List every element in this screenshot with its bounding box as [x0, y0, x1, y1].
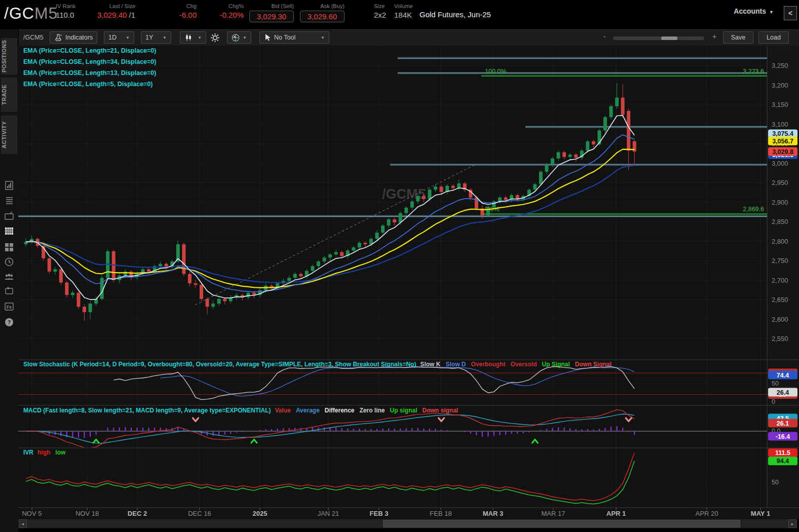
scrollbar-thumb[interactable] — [383, 520, 740, 527]
svg-text:3,000: 3,000 — [772, 160, 788, 167]
svg-text:74.4: 74.4 — [777, 372, 789, 379]
zoom-in-button[interactable]: + — [712, 32, 716, 41]
report-icon[interactable] — [4, 180, 14, 191]
instrument-name: Gold Futures, Jun-25 — [420, 10, 491, 19]
last-size: /1 — [129, 11, 135, 19]
quote-header: /GCM5 IV Rank 110.0 Last / Size 3,029.40… — [0, 0, 799, 29]
zoom-out-button[interactable]: - — [603, 32, 606, 41]
load-button[interactable]: Load — [758, 31, 789, 44]
range-dropdown[interactable]: 1Y▼ — [141, 31, 171, 44]
svg-text:MAR 17: MAR 17 — [542, 510, 565, 517]
grid-layout-icon — [232, 33, 240, 42]
sidebar-tab-positions[interactable]: POSITIONS — [1, 38, 17, 74]
svg-text:26.4: 26.4 — [777, 389, 789, 396]
bid-label: Bid (Sell) — [249, 3, 294, 9]
svg-text:3,250: 3,250 — [772, 62, 788, 69]
study-title[interactable]: IVR — [23, 449, 33, 456]
svg-text:2,950: 2,950 — [772, 179, 788, 186]
study-label-ema5[interactable]: EMA (Price=CLOSE, Length=5, Displace=0) — [23, 81, 153, 88]
svg-text:3,100: 3,100 — [772, 121, 788, 128]
list-icon[interactable] — [4, 196, 14, 206]
bid-button[interactable]: 3,029.30 — [249, 11, 294, 22]
svg-text:50: 50 — [772, 479, 779, 486]
svg-text:APR 1: APR 1 — [606, 510, 626, 517]
study-title[interactable]: Slow Stochastic (K Period=14, D Period=9… — [23, 361, 416, 368]
chevron-down-icon: ▼ — [321, 35, 325, 40]
chart-symbol-label[interactable]: /GCM5 — [23, 31, 44, 44]
svg-text:MAR 3: MAR 3 — [483, 510, 503, 517]
replay-icon[interactable] — [4, 286, 14, 296]
svg-text:DEC 2: DEC 2 — [128, 510, 147, 517]
study-title[interactable]: MACD (Fast length=8, Slow length=21, MAC… — [23, 407, 271, 414]
indicators-button[interactable]: Indicators — [50, 31, 97, 44]
sidebar-tab-trade[interactable]: TRADE — [1, 78, 17, 112]
collapse-panel-button[interactable]: < — [784, 6, 797, 20]
svg-text:2,800: 2,800 — [772, 238, 788, 245]
help-icon[interactable]: ? — [4, 317, 14, 327]
grid-icon[interactable] — [4, 242, 14, 252]
fx-icon[interactable]: Fx — [4, 301, 14, 312]
legend-item: Slow D — [445, 361, 466, 368]
chg-label: Chg — [167, 3, 197, 9]
svg-text:DEC 16: DEC 16 — [188, 510, 211, 517]
grid-layout-dropdown[interactable]: ▼ — [227, 31, 251, 44]
sidebar-tab-activity[interactable]: ACTIVITY — [1, 116, 17, 154]
svg-text:3,075.4: 3,075.4 — [772, 130, 793, 137]
svg-text:2,700: 2,700 — [772, 277, 788, 284]
chg-value: -6.00 — [167, 11, 197, 19]
chart-type-dropdown[interactable]: ▼ — [180, 31, 206, 44]
svg-text:JAN 21: JAN 21 — [318, 510, 339, 517]
ivr-study-legend[interactable]: IVRhighlow — [23, 449, 70, 456]
size-value: 2x2 — [374, 11, 386, 19]
macd-study-legend[interactable]: MACD (Fast length=8, Slow length=21, MAC… — [23, 407, 463, 414]
stoch-study-legend[interactable]: Slow Stochastic (K Period=14, D Period=9… — [23, 361, 617, 368]
svg-text:3,150: 3,150 — [772, 101, 788, 108]
svg-text:2,650: 2,650 — [772, 296, 788, 303]
size-field: Size 2x2 — [374, 3, 386, 19]
symbol-month: M5 — [34, 4, 58, 22]
last-size-label: Last / Size — [94, 3, 135, 9]
svg-text:2,850: 2,850 — [772, 218, 788, 225]
ask-field: Ask (Buy) 3,029.60 — [300, 3, 345, 22]
chgpct-label: Chg% — [210, 3, 244, 9]
svg-text:26.1: 26.1 — [777, 420, 789, 427]
scroll-right-button[interactable]: ▸ — [788, 519, 796, 528]
scroll-left-button[interactable]: ◂ — [19, 519, 27, 528]
svg-text:0: 0 — [772, 398, 775, 405]
legend-item: Difference — [325, 407, 355, 414]
save-button[interactable]: Save — [723, 31, 753, 44]
svg-text:FEB 3: FEB 3 — [370, 510, 389, 517]
flask-icon — [54, 33, 62, 42]
legend-item: Oversold — [510, 361, 537, 368]
study-label-ema34[interactable]: EMA (Price=CLOSE, Length=34, Displace=0) — [23, 58, 156, 65]
people-icon[interactable] — [4, 272, 14, 282]
clock-icon[interactable] — [4, 257, 14, 267]
last-size-field: Last / Size 3,029.40 /1 — [94, 3, 135, 19]
iv-rank-value: 110.0 — [56, 11, 75, 19]
gear-icon — [210, 33, 220, 43]
svg-text:2,550: 2,550 — [772, 335, 788, 343]
monitor-icon[interactable] — [4, 211, 14, 221]
zoom-slider-thumb[interactable] — [661, 36, 677, 40]
study-label-ema13[interactable]: EMA (Price=CLOSE, Length=13, Displace=0) — [23, 69, 156, 77]
zoom-slider[interactable] — [613, 36, 704, 40]
chart-settings-button[interactable] — [210, 31, 220, 44]
spreadsheet-icon[interactable] — [4, 226, 14, 236]
svg-text:3,056.7: 3,056.7 — [772, 138, 793, 145]
svg-text:?: ? — [8, 319, 11, 325]
legend-item: Down signal — [423, 407, 459, 414]
legend-item: low — [55, 449, 65, 456]
study-label-ema21[interactable]: EMA (Price=CLOSE, Length=21, Displace=0) — [23, 47, 156, 54]
legend-item: Slow K — [420, 361, 440, 368]
svg-text:50: 50 — [772, 380, 779, 387]
svg-text:NOV 18: NOV 18 — [75, 510, 99, 517]
ask-button[interactable]: 3,029.60 — [300, 11, 345, 22]
timeframe-dropdown[interactable]: 1D▼ — [104, 31, 134, 44]
price-chart-canvas[interactable]: NOV 5NOV 18DEC 2DEC 162025JAN 21FEB 3FEB… — [18, 46, 799, 519]
last-value: 3,029.40 — [97, 11, 127, 19]
size-label: Size — [374, 3, 386, 9]
chart-scrollbar[interactable]: ◂ ▸ — [18, 519, 797, 528]
accounts-dropdown[interactable]: Accounts▼ — [734, 7, 774, 15]
drawing-tool-dropdown[interactable]: No Tool▼ — [259, 31, 329, 44]
svg-text:3,200: 3,200 — [772, 82, 788, 89]
